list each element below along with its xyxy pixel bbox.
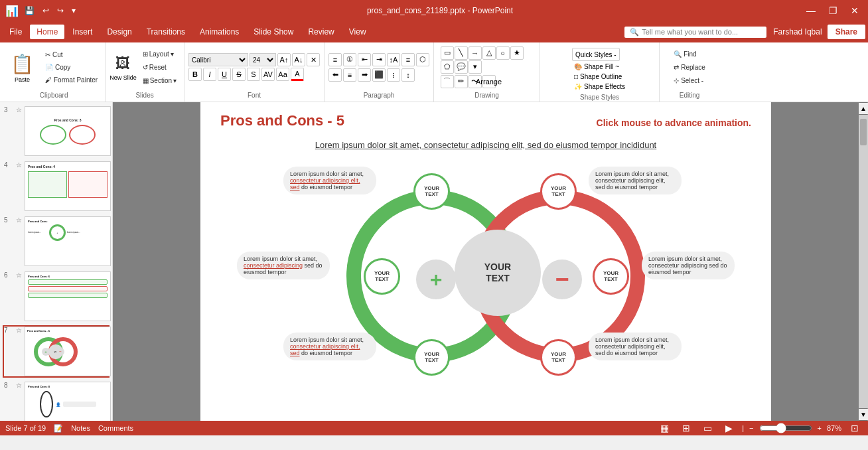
decrease-indent-button[interactable]: ⇤ [358,53,371,66]
canvas-area[interactable]: Pros and Cons - 5 Click mouse to advance… [113,102,859,421]
slide-thumb-4[interactable]: 4 ☆ Pros and Cons: 4 [3,160,109,212]
copy-button[interactable]: 📄 Copy [42,62,101,73]
strikethrough-button[interactable]: S [232,68,246,81]
menu-transitions[interactable]: Transitions [140,25,192,39]
menu-review[interactable]: Review [301,25,340,39]
zoom-in-button[interactable]: + [818,424,822,432]
section-button[interactable]: ▦ Section ▾ [139,75,180,86]
scroll-down-button[interactable]: ▼ [857,408,868,421]
fit-window-button[interactable]: ⊡ [847,421,863,435]
slide-thumb-6[interactable]: 6 ☆ Pros and Cons: 6 [3,270,109,323]
quick-styles-button[interactable]: Quick Styles - [572,48,620,61]
clear-format-button[interactable]: ✕ [307,53,320,66]
reading-view-button[interactable]: ▭ [699,421,716,435]
shape-line[interactable]: ╲ [455,46,468,60]
shape-star[interactable]: ★ [510,46,524,60]
bullets-button[interactable]: ≡ [328,53,342,66]
notes-icon[interactable]: 📝 [54,424,63,433]
reset-button[interactable]: ↺ Reset [139,62,180,73]
arrange-button[interactable]: Arrange [482,75,496,88]
restore-button[interactable]: ❐ [825,4,841,17]
paste-button[interactable]: 📋 [7,52,38,76]
normal-view-button[interactable]: ▦ [656,421,673,435]
decrease-font-button[interactable]: A↓ [292,53,305,66]
cut-button[interactable]: ✂ Cut [42,49,101,60]
justify-button[interactable]: ⬛ [372,68,386,82]
shape-triangle[interactable]: △ [482,46,496,60]
align-center-button[interactable]: ≡ [343,68,356,82]
italic-button[interactable]: I [203,68,216,81]
scrollbar-thumb[interactable] [860,119,867,145]
shape-oval[interactable]: ○ [496,46,510,60]
case-button[interactable]: Aa [276,68,289,81]
save-icon[interactable]: 💾 [23,5,36,16]
main-area: 3 ☆ Pros and Cons: 3 4 ☆ Pros and Cons: … [0,102,868,421]
menu-file[interactable]: File [3,25,29,39]
menu-home[interactable]: Home [30,25,64,39]
zoom-out-button[interactable]: − [749,424,753,432]
select-button[interactable]: ⊹ Select - [670,75,709,86]
increase-font-button[interactable]: A↑ [277,53,291,66]
status-notes[interactable]: Notes [71,424,90,432]
find-button[interactable]: 🔍 Find [670,48,709,60]
menu-design[interactable]: Design [100,25,138,39]
layout-button[interactable]: ⊞ Layout ▾ [139,48,180,60]
shape-pentagon[interactable]: ⬠ [441,60,454,74]
new-slide-button[interactable]: 🖼 [112,53,133,74]
close-button[interactable]: ✕ [847,4,863,17]
slideshow-button[interactable]: ▶ [721,421,737,435]
format-painter-button[interactable]: 🖌 Format Painter [42,74,101,86]
slide-thumb-5[interactable]: 5 ☆ Pros and Cons: Lorem ipsum... + Lore… [3,215,109,267]
slide-thumb-3[interactable]: 3 ☆ Pros and Cons: 3 [3,105,109,157]
scroll-up-button[interactable]: ▲ [857,102,868,115]
shape-fill-button[interactable]: 🎨Shape Fill ~ [572,62,627,71]
numbering-button[interactable]: ① [343,53,356,66]
shape-freeform[interactable]: ✏ [455,75,468,88]
slide-thumb-8[interactable]: 8 ☆ Pros and Cons: 8 👤 [3,380,109,421]
shape-arrow[interactable]: → [469,46,482,60]
zoom-slider[interactable] [759,423,812,433]
slide-title: Pros and Cons - 5 [220,112,344,129]
slide-3-preview: Pros and Cons: 3 [25,106,111,156]
vertical-scrollbar[interactable]: ▲ ▼ [859,102,868,421]
shape-more[interactable]: ▾ [469,60,482,74]
bold-button[interactable]: B [188,68,202,81]
undo-icon[interactable]: ↩ [40,5,51,16]
shape-rect[interactable]: ▭ [441,46,454,60]
columns-button[interactable]: ⫶ [387,68,400,82]
menu-insert[interactable]: Insert [66,25,99,39]
underline-button[interactable]: U [218,68,231,81]
title-bar: 📊 💾 ↩ ↪ ▾ pros_and_cons_21189.pptx - Pow… [0,0,868,21]
smartart-button[interactable]: ⬡ [416,53,429,66]
minus-sign: − [555,265,569,293]
minimize-button[interactable]: — [802,4,820,17]
customize-icon[interactable]: ▾ [70,5,78,16]
shadow-button[interactable]: S [247,68,260,81]
replace-button[interactable]: ⇄ Replace [670,62,709,73]
shape-curve[interactable]: ⌒ [441,75,454,88]
shape-callout[interactable]: 💬 [455,60,468,74]
align-right-button[interactable]: ➡ [358,68,371,82]
redo-icon[interactable]: ↪ [55,5,66,16]
slide-thumb-7[interactable]: 7 ☆ Pros and Cons - 5 YT + − [3,325,109,378]
search-input[interactable] [642,28,761,36]
line-spacing-button[interactable]: ↕ [401,68,415,82]
text-box-left-top: Lorem ipsum dolor sit amet, consectetur … [283,167,376,194]
font-color-button[interactable]: A [291,68,304,81]
increase-indent-button[interactable]: ⇥ [372,53,386,66]
align-left-button[interactable]: ⬅ [328,68,342,82]
font-name-select[interactable]: Calibri [188,53,248,66]
shape-effects-button[interactable]: ✨Shape Effects [572,82,627,91]
menu-slideshow[interactable]: Slide Show [247,25,300,39]
menu-animations[interactable]: Animations [193,25,246,39]
slide-sorter-button[interactable]: ⊞ [678,421,694,435]
shape-outline-button[interactable]: □Shape Outline [572,72,627,81]
menu-view[interactable]: View [342,25,373,39]
font-size-select[interactable]: 24 [250,53,276,66]
search-bar[interactable]: 🔍 [624,27,766,38]
char-spacing-button[interactable]: AV [261,68,275,81]
status-comments[interactable]: Comments [98,424,133,432]
align-text-button[interactable]: ≡ [401,53,415,66]
text-direction-button[interactable]: ↕A [387,53,400,66]
share-button[interactable]: Share [828,25,865,39]
